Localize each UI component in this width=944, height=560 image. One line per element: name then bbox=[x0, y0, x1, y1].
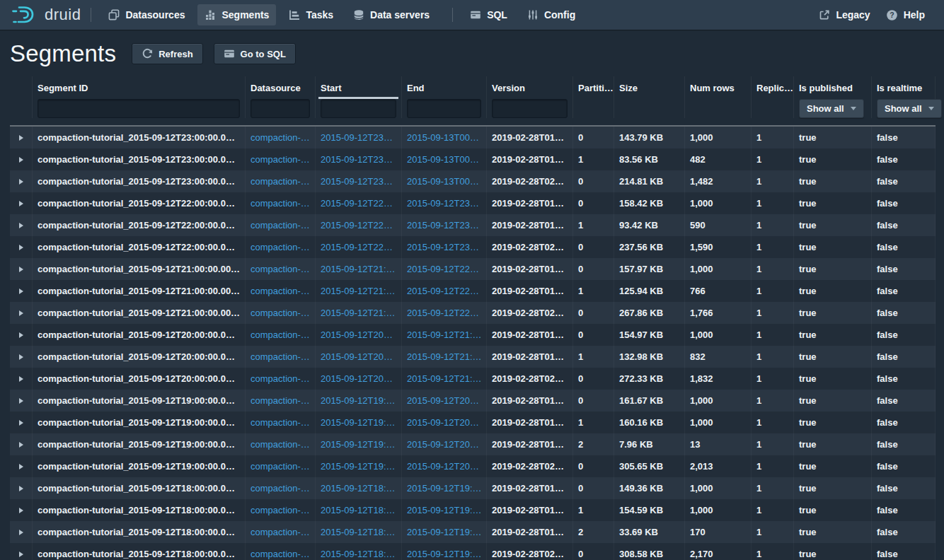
row-expander[interactable] bbox=[10, 412, 33, 433]
cell-start[interactable]: 2015-09-12T22… bbox=[316, 236, 402, 258]
column-header-num-rows[interactable]: Num rows bbox=[685, 76, 752, 99]
cell-start[interactable]: 2015-09-12T21:… bbox=[316, 258, 402, 280]
column-header-end[interactable]: End bbox=[402, 76, 487, 99]
cell-start[interactable]: 2015-09-12T18:… bbox=[316, 543, 402, 560]
cell-end[interactable]: 2015-09-12T20… bbox=[402, 390, 487, 412]
column-header-partition[interactable]: Partiti… bbox=[573, 76, 614, 99]
cell-end[interactable]: 2015-09-12T20… bbox=[402, 412, 487, 433]
row-expander[interactable] bbox=[10, 170, 33, 192]
cell-start[interactable]: 2015-09-12T20… bbox=[316, 368, 402, 390]
filter-select-is-realtime[interactable]: Show all bbox=[877, 99, 942, 118]
cell-end[interactable]: 2015-09-13T00… bbox=[402, 127, 487, 148]
cell-end[interactable]: 2015-09-12T23… bbox=[402, 214, 487, 236]
filter-input-version[interactable] bbox=[492, 99, 568, 118]
cell-end[interactable]: 2015-09-12T22… bbox=[402, 302, 487, 324]
row-expander[interactable] bbox=[10, 390, 33, 412]
row-expander[interactable] bbox=[10, 521, 33, 543]
cell-datasource[interactable]: compaction-… bbox=[246, 368, 316, 390]
cell-start[interactable]: 2015-09-12T19:… bbox=[316, 433, 402, 455]
cell-datasource[interactable]: compaction-… bbox=[246, 170, 316, 192]
cell-datasource[interactable]: compaction-… bbox=[246, 477, 316, 499]
cell-datasource[interactable]: compaction-… bbox=[246, 543, 316, 560]
column-header-is-published[interactable]: Is published bbox=[794, 76, 872, 99]
cell-start[interactable]: 2015-09-12T20… bbox=[316, 324, 402, 346]
row-expander[interactable] bbox=[10, 214, 33, 236]
cell-start[interactable]: 2015-09-12T23… bbox=[316, 170, 402, 192]
nav-item-help[interactable]: ?Help bbox=[879, 4, 932, 26]
cell-end[interactable]: 2015-09-12T22… bbox=[402, 280, 487, 302]
cell-end[interactable]: 2015-09-12T21:… bbox=[402, 368, 487, 390]
cell-datasource[interactable]: compaction-… bbox=[246, 346, 316, 368]
row-expander[interactable] bbox=[10, 127, 33, 148]
column-header-start[interactable]: Start bbox=[316, 76, 402, 99]
row-expander[interactable] bbox=[10, 148, 33, 170]
cell-start[interactable]: 2015-09-12T22… bbox=[316, 192, 402, 214]
row-expander[interactable] bbox=[10, 433, 33, 455]
cell-start[interactable]: 2015-09-12T22… bbox=[316, 214, 402, 236]
cell-start[interactable]: 2015-09-12T23… bbox=[316, 127, 402, 148]
row-expander[interactable] bbox=[10, 543, 33, 560]
cell-datasource[interactable]: compaction-… bbox=[246, 280, 316, 302]
cell-start[interactable]: 2015-09-12T18:… bbox=[316, 499, 402, 521]
cell-datasource[interactable]: compaction-… bbox=[246, 499, 316, 521]
cell-datasource[interactable]: compaction-… bbox=[246, 433, 316, 455]
filter-input-datasource[interactable] bbox=[251, 99, 310, 118]
cell-start[interactable]: 2015-09-12T20… bbox=[316, 346, 402, 368]
row-expander[interactable] bbox=[10, 258, 33, 280]
row-expander[interactable] bbox=[10, 302, 33, 324]
column-header-version[interactable]: Version bbox=[487, 76, 573, 99]
row-expander[interactable] bbox=[10, 499, 33, 521]
cell-end[interactable]: 2015-09-12T20… bbox=[402, 433, 487, 455]
cell-end[interactable]: 2015-09-12T19:… bbox=[402, 499, 487, 521]
cell-start[interactable]: 2015-09-12T18:… bbox=[316, 521, 402, 543]
cell-end[interactable]: 2015-09-12T23… bbox=[402, 236, 487, 258]
cell-datasource[interactable]: compaction-… bbox=[246, 214, 316, 236]
cell-end[interactable]: 2015-09-12T19:… bbox=[402, 543, 487, 560]
refresh-button[interactable]: Refresh bbox=[132, 43, 202, 64]
column-header-replicas[interactable]: Replic… bbox=[752, 76, 794, 99]
cell-start[interactable]: 2015-09-12T19:… bbox=[316, 455, 402, 477]
cell-datasource[interactable]: compaction-… bbox=[246, 148, 316, 170]
row-expander[interactable] bbox=[10, 455, 33, 477]
filter-input-end[interactable] bbox=[407, 99, 481, 118]
column-header-datasource[interactable]: Datasource bbox=[246, 76, 316, 99]
cell-datasource[interactable]: compaction-… bbox=[246, 192, 316, 214]
filter-select-is-published[interactable]: Show all bbox=[799, 99, 864, 118]
cell-end[interactable]: 2015-09-12T19:… bbox=[402, 521, 487, 543]
cell-start[interactable]: 2015-09-12T19:… bbox=[316, 390, 402, 412]
nav-item-segments[interactable]: Segments bbox=[197, 4, 276, 25]
nav-item-sql[interactable]: SQL bbox=[463, 4, 514, 25]
row-expander[interactable] bbox=[10, 346, 33, 368]
cell-end[interactable]: 2015-09-12T22… bbox=[402, 258, 487, 280]
row-expander[interactable] bbox=[10, 368, 33, 390]
row-expander[interactable] bbox=[10, 192, 33, 214]
column-header-is-realtime[interactable]: Is realtime bbox=[872, 76, 936, 99]
cell-datasource[interactable]: compaction-… bbox=[246, 521, 316, 543]
cell-start[interactable]: 2015-09-12T23… bbox=[316, 148, 402, 170]
cell-datasource[interactable]: compaction-… bbox=[246, 455, 316, 477]
go-to-sql-button[interactable]: Go to SQL bbox=[214, 43, 296, 64]
nav-item-legacy[interactable]: Legacy bbox=[812, 4, 877, 25]
cell-start[interactable]: 2015-09-12T19:… bbox=[316, 412, 402, 433]
cell-end[interactable]: 2015-09-12T20… bbox=[402, 455, 487, 477]
cell-end[interactable]: 2015-09-13T00… bbox=[402, 170, 487, 192]
filter-input-segment-id[interactable] bbox=[38, 99, 240, 118]
row-expander[interactable] bbox=[10, 477, 33, 499]
row-expander[interactable] bbox=[10, 236, 33, 258]
cell-datasource[interactable]: compaction-… bbox=[246, 236, 316, 258]
nav-item-tasks[interactable]: Tasks bbox=[282, 4, 340, 25]
column-header-size[interactable]: Size bbox=[614, 76, 685, 99]
cell-end[interactable]: 2015-09-12T21:… bbox=[402, 324, 487, 346]
filter-input-start[interactable] bbox=[321, 99, 396, 118]
cell-end[interactable]: 2015-09-12T21:… bbox=[402, 346, 487, 368]
cell-datasource[interactable]: compaction-… bbox=[246, 127, 316, 148]
row-expander[interactable] bbox=[10, 324, 33, 346]
nav-item-datasources[interactable]: Datasources bbox=[101, 4, 192, 25]
cell-end[interactable]: 2015-09-13T00… bbox=[402, 148, 487, 170]
cell-start[interactable]: 2015-09-12T21:… bbox=[316, 280, 402, 302]
nav-item-data-servers[interactable]: Data servers bbox=[346, 4, 437, 25]
cell-end[interactable]: 2015-09-12T23… bbox=[402, 192, 487, 214]
cell-datasource[interactable]: compaction-… bbox=[246, 258, 316, 280]
row-expander[interactable] bbox=[10, 280, 33, 302]
cell-end[interactable]: 2015-09-12T19:… bbox=[402, 477, 487, 499]
